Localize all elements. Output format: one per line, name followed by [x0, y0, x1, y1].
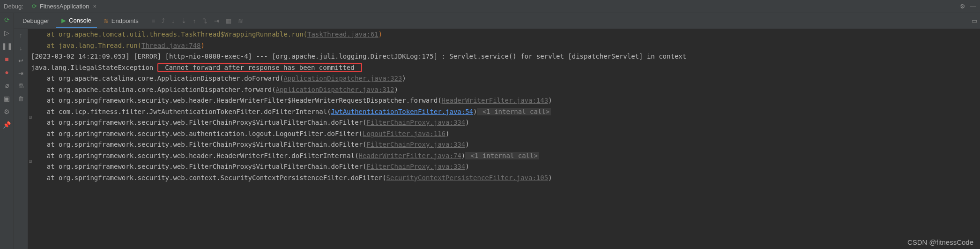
tab-endpoints-label: Endpoints	[111, 17, 139, 24]
resume-icon[interactable]: ▷	[4, 29, 9, 37]
log-line: at com.lcp.fitness.filter.JwtAuthenticat…	[31, 108, 551, 115]
log-line: at org.apache.catalina.core.ApplicationD…	[31, 75, 406, 82]
up-icon[interactable]: ↑	[19, 32, 22, 39]
log-line: at org.springframework.security.web.Filt…	[31, 163, 469, 170]
log-line: java.lang.IllegalStateException Cannot f…	[31, 63, 362, 72]
log-line: at org.springframework.security.web.cont…	[31, 174, 552, 181]
trace-icon[interactable]: ≋	[238, 17, 243, 24]
mute-icon[interactable]: ⌀	[5, 82, 9, 89]
force-step-icon[interactable]: ⇣	[181, 17, 186, 24]
down-icon[interactable]: ↓	[19, 45, 22, 52]
internal-call-badge: <1 internal call>	[465, 152, 539, 159]
source-link[interactable]: FilterChainProxy.java:334	[366, 141, 465, 148]
source-link[interactable]: LogoutFilter.java:116	[363, 130, 445, 137]
step-out-icon[interactable]: ↑	[193, 17, 196, 24]
log-line: at org.springframework.security.web.Filt…	[31, 119, 469, 126]
log-line: at org.springframework.security.web.auth…	[31, 130, 449, 137]
tab-console[interactable]: ▶ Console	[56, 14, 97, 28]
watermark: CSDN @fitnessCode	[907, 238, 973, 246]
gear-icon[interactable]: ⚙	[960, 3, 965, 10]
run-config-tab[interactable]: ⟳ FitnessApplication ×	[28, 0, 100, 13]
clear-icon[interactable]: 🗑	[18, 95, 24, 102]
source-link[interactable]: HeaderWriterFilter.java:74	[359, 152, 461, 159]
endpoints-icon: ≋	[104, 17, 109, 24]
rerun-icon[interactable]: ⟳	[4, 16, 10, 23]
expand-icon[interactable]: ⊞	[29, 112, 32, 123]
debug-label: Debug:	[4, 3, 23, 10]
title-bar: Debug: ⟳ FitnessApplication × ⚙ —	[0, 0, 980, 13]
tab-debugger[interactable]: Debugger	[17, 15, 55, 27]
tab-console-label: Console	[69, 17, 91, 24]
source-link[interactable]: TaskThread.java:61	[307, 30, 379, 38]
console-output[interactable]: ⊞⊞ at org.apache.tomcat.util.threads.Tas…	[28, 29, 980, 249]
stop-icon[interactable]: ■	[5, 55, 8, 63]
tab-endpoints[interactable]: ≋ Endpoints	[98, 15, 144, 27]
pin-icon[interactable]: 📌	[3, 121, 11, 128]
log-line: at org.springframework.security.web.Filt…	[31, 141, 469, 148]
log-line: [2023-03-02 14:21:09.053] [ERROR] [http-…	[31, 53, 686, 60]
source-link[interactable]: SecurityContextPersistenceFilter.java:10…	[386, 174, 549, 181]
step-over-icon[interactable]: ⤴	[162, 17, 165, 24]
log-line: at org.apache.catalina.core.ApplicationD…	[31, 86, 398, 93]
internal-call-badge: <1 internal call>	[477, 108, 551, 115]
tab-debugger-label: Debugger	[22, 17, 49, 24]
evaluate-icon[interactable]: ▦	[226, 17, 231, 24]
source-link[interactable]: FilterChainProxy.java:334	[366, 163, 465, 170]
source-link[interactable]: JwtAuthenticationTokenFilter.java:54	[331, 108, 473, 115]
debug-tabs: Debugger ▶ Console ≋ Endpoints ≡ ⤴ ↓ ⇣ ↑…	[14, 13, 980, 29]
step-toolbar-icon[interactable]: ≡	[152, 17, 156, 24]
run-config-name: FitnessApplication	[40, 3, 89, 10]
console-toolbar: ↑ ↓ ↩ ⇥ 🖶 🗑	[14, 29, 28, 249]
drop-frame-icon[interactable]: ⇅	[202, 17, 208, 24]
log-line: at org.apache.tomcat.util.threads.TaskTh…	[31, 30, 382, 38]
source-link[interactable]: HeaderWriterFilter.java:143	[442, 97, 549, 104]
source-link[interactable]: FilterChainProxy.java:334	[366, 119, 465, 126]
log-line: at org.springframework.security.web.head…	[31, 97, 552, 104]
source-link[interactable]: Thread.java:748	[141, 42, 200, 49]
step-into-icon[interactable]: ↓	[171, 17, 175, 24]
run-toolbar: ⟳ ▷ ❚❚ ■ ● ⌀ ▣ ⚙ 📌	[0, 13, 14, 249]
breakpoints-icon[interactable]: ●	[5, 68, 8, 76]
close-icon[interactable]: ×	[93, 3, 97, 10]
console-icon: ▶	[61, 17, 66, 24]
camera-icon[interactable]: ▣	[4, 95, 10, 102]
layout-icon[interactable]: ▭	[972, 17, 977, 24]
expand-icon[interactable]: ⊞	[29, 156, 32, 167]
pause-icon[interactable]: ❚❚	[1, 42, 13, 50]
scroll-icon[interactable]: ⇥	[18, 70, 23, 77]
wrap-icon[interactable]: ↩	[18, 57, 23, 64]
print-icon[interactable]: 🖶	[18, 83, 24, 90]
run-to-cursor-icon[interactable]: ⇥	[214, 17, 219, 24]
highlighted-error: Cannot forward after response has been c…	[157, 63, 362, 72]
log-line: at org.springframework.security.web.head…	[31, 152, 539, 159]
minimize-icon[interactable]: —	[970, 3, 976, 10]
settings-icon[interactable]: ⚙	[4, 108, 10, 115]
restart-icon: ⟳	[32, 3, 37, 10]
log-line: at java.lang.Thread.run(Thread.java:748)	[31, 42, 205, 49]
source-link[interactable]: ApplicationDispatcher.java:323	[283, 75, 402, 82]
source-link[interactable]: ApplicationDispatcher.java:312	[276, 86, 394, 93]
